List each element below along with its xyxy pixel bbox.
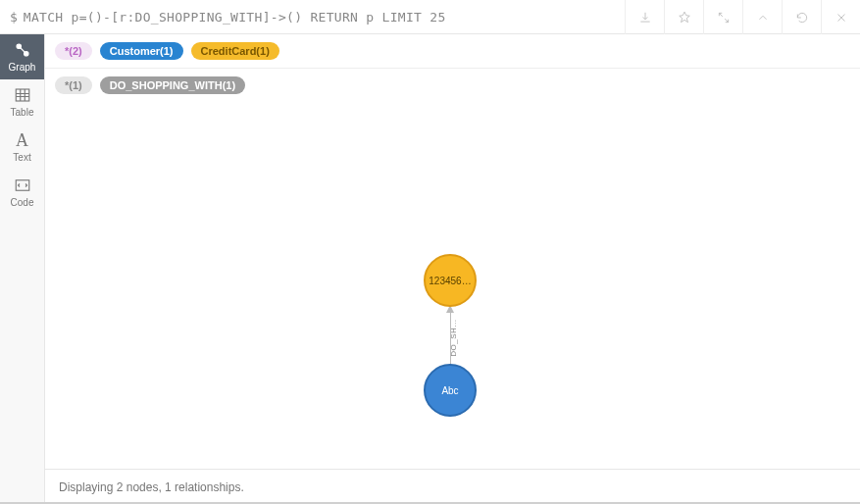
node-label: 123456… bbox=[429, 276, 471, 286]
sidebar-label: Table bbox=[11, 107, 34, 118]
node-creditcard[interactable]: 123456… bbox=[424, 254, 477, 307]
sidebar-item-text[interactable]: A Text bbox=[0, 125, 44, 170]
query-prompt: $ bbox=[10, 10, 18, 25]
sidebar-label: Code bbox=[11, 197, 34, 208]
expand-icon bbox=[717, 11, 731, 25]
main: *(2) Customer(1) CreditCard(1) *(1) DO_S… bbox=[45, 34, 860, 504]
status-text: Displaying 2 nodes, 1 relationships. bbox=[59, 480, 244, 494]
header-actions bbox=[625, 0, 860, 33]
rel-tags-row: *(1) DO_SHOPPING_WITH(1) bbox=[45, 69, 860, 102]
sidebar-label: Text bbox=[13, 152, 30, 163]
tag-do-shopping-with[interactable]: DO_SHOPPING_WITH(1) bbox=[100, 76, 245, 94]
close-button[interactable] bbox=[821, 0, 860, 34]
query-bar[interactable]: $ MATCH p=()-[r:DO_SHOPPING_WITH]->() RE… bbox=[0, 10, 625, 25]
tag-all-nodes[interactable]: *(2) bbox=[55, 42, 92, 60]
refresh-icon bbox=[795, 11, 809, 25]
footer: Displaying 2 nodes, 1 relationships. bbox=[45, 469, 860, 504]
node-label: Abc bbox=[441, 385, 458, 396]
pin-button[interactable] bbox=[664, 0, 703, 34]
graph-canvas[interactable]: DO_SH… 123456… Abc bbox=[45, 102, 860, 469]
query-text: MATCH p=()-[r:DO_SHOPPING_WITH]->() RETU… bbox=[24, 10, 446, 25]
expand-button[interactable] bbox=[703, 0, 742, 34]
text-icon: A bbox=[16, 131, 28, 149]
node-tags-row: *(2) Customer(1) CreditCard(1) bbox=[45, 34, 860, 69]
sidebar-item-graph[interactable]: Graph bbox=[0, 34, 44, 79]
pin-icon bbox=[678, 11, 691, 25]
chevron-up-icon bbox=[756, 11, 770, 25]
sidebar-label: Graph bbox=[9, 62, 36, 73]
sidebar-item-code[interactable]: Code bbox=[0, 170, 44, 215]
graph-edge-label: DO_SH… bbox=[449, 319, 458, 357]
table-icon bbox=[14, 86, 31, 104]
sidebar: Graph Table A Text Code bbox=[0, 34, 45, 504]
header: $ MATCH p=()-[r:DO_SHOPPING_WITH]->() RE… bbox=[0, 0, 860, 34]
download-icon bbox=[638, 11, 652, 25]
download-button[interactable] bbox=[625, 0, 664, 34]
content: Graph Table A Text Code *(2) Customer(1)… bbox=[0, 34, 860, 504]
tag-all-rels[interactable]: *(1) bbox=[55, 76, 92, 94]
tag-customer[interactable]: Customer(1) bbox=[100, 42, 183, 60]
close-icon bbox=[835, 11, 848, 25]
collapse-up-button[interactable] bbox=[742, 0, 782, 34]
refresh-button[interactable] bbox=[782, 0, 821, 34]
node-customer[interactable]: Abc bbox=[424, 364, 477, 417]
tag-creditcard[interactable]: CreditCard(1) bbox=[191, 42, 279, 60]
code-icon bbox=[14, 176, 31, 194]
graph-icon bbox=[14, 41, 31, 59]
svg-rect-2 bbox=[16, 89, 29, 101]
sidebar-item-table[interactable]: Table bbox=[0, 79, 44, 125]
